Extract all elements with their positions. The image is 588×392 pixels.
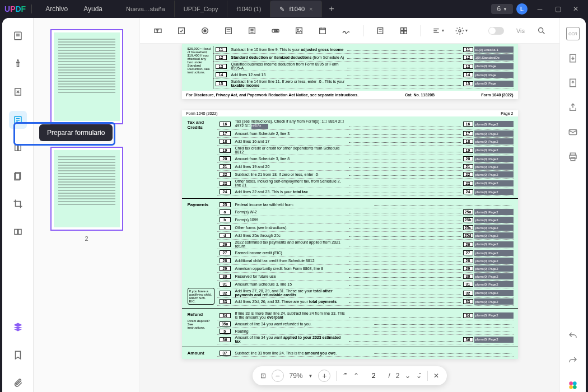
new-tab-button[interactable]: +	[322, 1, 340, 17]
form-row: 12Standard deduction or itemized deducti…	[213, 54, 514, 62]
form-field[interactable]: pform[0].Page2	[474, 241, 514, 248]
ocr-icon[interactable]: OCR	[566, 27, 580, 40]
thumbnail-2[interactable]: 2	[43, 147, 130, 242]
line-number: 15	[216, 81, 227, 86]
bookmark-icon[interactable]	[9, 346, 27, 364]
menu-ayuda[interactable]: Ayuda	[76, 5, 110, 13]
form-field[interactable]: pform[0].Page2	[474, 225, 514, 231]
date-tool-icon[interactable]	[316, 24, 329, 38]
layers-icon[interactable]	[9, 318, 27, 336]
prepare-form-tool-icon[interactable]	[9, 111, 27, 129]
form-field[interactable]: pform[0].Page	[474, 63, 514, 69]
signature-tool-icon[interactable]	[339, 24, 353, 38]
undo-icon[interactable]	[566, 329, 580, 343]
button-tool-icon[interactable]: OK	[269, 24, 282, 38]
inline-form-field[interactable]: m[0].Pa	[251, 124, 268, 129]
radio-tool-icon[interactable]	[198, 24, 212, 38]
edit-tool-icon[interactable]	[9, 83, 27, 101]
form-field[interactable]: pform[0].Page2	[474, 209, 514, 215]
form-field[interactable]: pform[0].Page	[474, 72, 514, 78]
form-field[interactable]: pform[0].Page2	[474, 171, 514, 178]
prev-page-button[interactable]: ⌃	[353, 372, 359, 380]
list-tool-icon[interactable]	[245, 24, 259, 38]
organize-tool-icon[interactable]	[9, 139, 27, 157]
line-text: Add lines 25d, 26, and 32. These are you…	[233, 300, 347, 304]
fit-icon[interactable]: ⊡	[260, 372, 266, 380]
checkbox-tool-icon[interactable]	[175, 24, 188, 38]
form-field[interactable]: pform[0].Page2	[474, 337, 514, 343]
image-tool-icon[interactable]	[292, 24, 306, 38]
ai-icon[interactable]	[566, 379, 580, 392]
form-field[interactable]: pform[0].Page2	[474, 273, 514, 279]
notification-badge[interactable]: 6 ▼	[491, 4, 513, 14]
first-page-button[interactable]: ⌃̄	[342, 372, 348, 380]
line-number-right: 11	[463, 47, 473, 52]
line-text: Standard deduction or itemized deduction…	[229, 55, 345, 59]
search-icon[interactable]	[535, 24, 548, 38]
redo-icon[interactable]	[566, 354, 580, 367]
tab-f1040[interactable]: ✎ f1040 ×	[270, 1, 322, 17]
user-avatar[interactable]: L	[516, 3, 528, 15]
tab-new[interactable]: Nueva…staña	[117, 1, 175, 17]
form-field[interactable]: pform[0].Page2	[474, 164, 514, 170]
menu-archivo[interactable]: Archivo	[38, 5, 76, 13]
form-field[interactable]: pform[0].Page2	[474, 298, 514, 305]
tab-f1040-1[interactable]: f1040 (1)	[227, 1, 270, 17]
form-field[interactable]: pform[0].Page2	[474, 180, 514, 186]
dropdown-tool-icon[interactable]	[222, 24, 235, 38]
form-field[interactable]: e1[0].Lines4a-1	[474, 46, 514, 53]
last-page-button[interactable]: ⌄̄	[416, 372, 422, 380]
crop-tool-icon[interactable]	[9, 195, 27, 213]
form-field[interactable]: pform[0].Page2	[474, 130, 514, 137]
document-viewport[interactable]: $25,900 • Head of household, $19,400 If …	[140, 44, 559, 392]
form-field[interactable]: pform[0].Page	[474, 81, 514, 87]
close-icon[interactable]: ×	[309, 6, 312, 12]
compare-tool-icon[interactable]	[9, 223, 27, 241]
form-row: bForm(s) 109925bpform[0].Page2	[217, 216, 514, 224]
export-icon[interactable]	[566, 76, 580, 90]
line-number-right: 17	[463, 131, 473, 136]
line-number: 16	[220, 122, 231, 127]
form-field[interactable]: pform[0].Page2	[474, 265, 514, 272]
zoom-out-button[interactable]: −	[272, 370, 284, 382]
minimize-button[interactable]: ─	[532, 2, 548, 16]
form-field[interactable]: pform[0].Page2	[474, 189, 514, 195]
align-icon[interactable]: ▾	[431, 24, 445, 38]
form-field[interactable]: pform[0].Page2	[474, 156, 514, 162]
form-field[interactable]: pform[0].Page2	[474, 258, 514, 264]
tab-copy[interactable]: UPDF_Copy	[175, 1, 228, 17]
visibility-toggle[interactable]	[488, 27, 504, 35]
zoom-in-button[interactable]: +	[318, 370, 330, 382]
close-controls-button[interactable]: ✕	[433, 372, 439, 380]
form-field[interactable]: pform[0].Page2	[474, 232, 514, 239]
attachment-icon[interactable]	[9, 374, 27, 392]
line-number: a	[220, 209, 231, 214]
print-icon[interactable]	[566, 150, 580, 164]
form-field[interactable]: pform[0].Page2	[474, 290, 514, 296]
convert-icon[interactable]	[566, 52, 580, 65]
text-field-tool-icon[interactable]: T	[151, 24, 165, 38]
form-field[interactable]: pform[0].Page2	[474, 121, 514, 127]
close-button[interactable]: ✕	[568, 2, 584, 16]
reader-tool-icon[interactable]	[9, 27, 27, 45]
page-current-input[interactable]	[365, 372, 382, 380]
form-row: 32Add lines 27, 28, 29, and 31. These ar…	[217, 288, 514, 298]
form-field[interactable]: pform[0].Page2	[474, 312, 514, 319]
maximize-button[interactable]: ▢	[550, 2, 566, 16]
form-list-icon[interactable]	[374, 24, 387, 38]
next-page-button[interactable]: ⌄	[405, 372, 410, 380]
page-tool-icon[interactable]	[9, 167, 27, 185]
form-field[interactable]: pform[0].Page2	[474, 281, 514, 287]
form-field[interactable]: pform[0].Page2	[474, 217, 514, 223]
highlight-tool-icon[interactable]	[9, 55, 27, 73]
form-field[interactable]: pform[0].Page2	[474, 138, 514, 144]
form-field[interactable]: pform[0].Page2	[474, 250, 514, 256]
zoom-dropdown-icon[interactable]: ▼	[309, 374, 313, 379]
form-field[interactable]: 1[0].StandardDe	[474, 54, 514, 60]
grid-icon[interactable]	[397, 24, 410, 38]
settings-icon[interactable]: ▾	[455, 24, 468, 38]
email-icon[interactable]	[566, 125, 580, 139]
share-icon[interactable]	[566, 101, 580, 114]
thumbnail-1[interactable]: 1	[43, 29, 130, 136]
form-field[interactable]: pform[0].Page2	[474, 147, 514, 153]
